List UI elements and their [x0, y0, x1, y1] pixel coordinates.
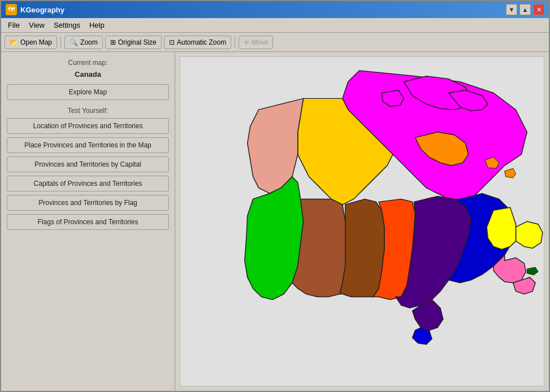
- open-map-button[interactable]: 📂 Open Map: [5, 36, 57, 49]
- zoom-button[interactable]: 🔍 Zoom: [64, 36, 103, 49]
- current-map-label: Current map:: [7, 59, 169, 67]
- capitals-provinces-button[interactable]: Capitals of Provinces and Territories: [7, 176, 169, 191]
- open-map-label: Open Map: [20, 38, 52, 46]
- original-size-label: Original Size: [118, 38, 157, 46]
- canada-map[interactable]: [180, 57, 544, 386]
- move-label: Move: [252, 38, 268, 46]
- zoom-label: Zoom: [80, 38, 98, 46]
- title-bar: 🗺 KGeography ▼ ▲ ✕: [1, 1, 549, 18]
- toolbar: 📂 Open Map 🔍 Zoom ⊞ Original Size ⊡ Auto…: [1, 33, 549, 52]
- toolbar-separator-2: [235, 37, 235, 48]
- menu-settings[interactable]: Settings: [49, 19, 85, 31]
- move-icon: ✛: [244, 38, 249, 46]
- provinces-by-flag-button[interactable]: Provinces and Territories by Flag: [7, 195, 169, 211]
- menu-file[interactable]: File: [3, 19, 24, 31]
- location-provinces-button[interactable]: Location of Provinces and Territories: [7, 118, 169, 134]
- original-size-icon: ⊞: [110, 38, 116, 46]
- flags-provinces-button[interactable]: Flags of Provinces and Territories: [7, 214, 169, 230]
- move-button[interactable]: ✛ Move: [239, 36, 273, 49]
- maximize-button[interactable]: ▲: [519, 4, 531, 15]
- original-size-button[interactable]: ⊞ Original Size: [105, 36, 162, 49]
- open-map-icon: 📂: [10, 38, 18, 46]
- window-controls: ▼ ▲ ✕: [506, 4, 544, 15]
- map-area: [180, 56, 544, 386]
- app-icon: 🗺: [6, 4, 17, 15]
- toolbar-separator-1: [60, 37, 61, 48]
- window-title: KGeography: [20, 6, 64, 14]
- menu-bar: File View Settings Help: [1, 18, 549, 33]
- main-window: 🗺 KGeography ▼ ▲ ✕ File View Settings He…: [0, 0, 550, 392]
- provinces-by-capital-button[interactable]: Provinces and Territories by Capital: [7, 156, 169, 172]
- minimize-button[interactable]: ▼: [506, 4, 517, 15]
- automatic-zoom-button[interactable]: ⊡ Automatic Zoom: [164, 36, 231, 49]
- zoom-icon: 🔍: [70, 38, 78, 46]
- test-yourself-label: Test Yourself:: [7, 107, 169, 115]
- menu-view[interactable]: View: [24, 19, 49, 31]
- place-provinces-button[interactable]: Place Provinces and Territories in the M…: [7, 137, 169, 153]
- close-button[interactable]: ✕: [533, 4, 544, 15]
- menu-help[interactable]: Help: [85, 19, 109, 31]
- title-bar-left: 🗺 KGeography: [6, 4, 64, 15]
- automatic-zoom-label: Automatic Zoom: [177, 38, 226, 46]
- sidebar: Current map: Canada Explore Map Test You…: [1, 52, 175, 391]
- content-area: Current map: Canada Explore Map Test You…: [1, 52, 549, 391]
- current-map-name: Canada: [7, 70, 169, 79]
- automatic-zoom-icon: ⊡: [169, 38, 175, 46]
- explore-map-button[interactable]: Explore Map: [7, 84, 169, 100]
